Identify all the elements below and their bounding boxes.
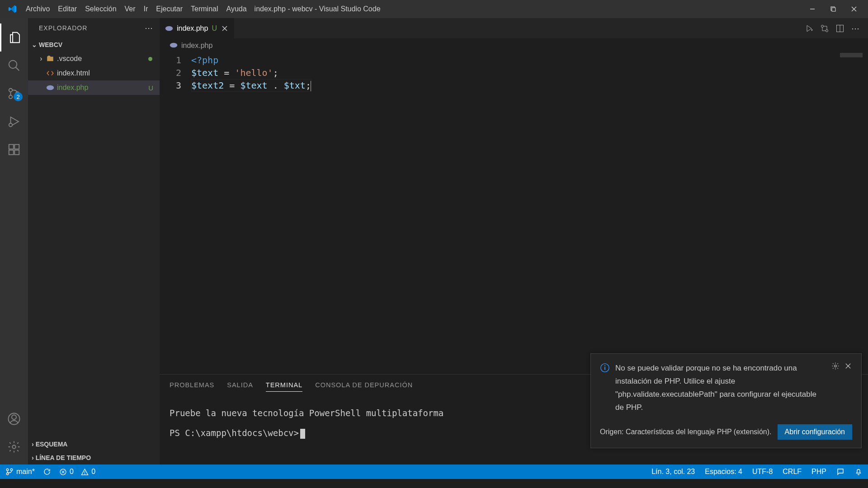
svg-point-17 [12,415,16,419]
svg-rect-14 [9,150,14,155]
sidebar-title: EXPLORADOR [39,24,87,32]
minimize-button[interactable] [802,0,823,18]
activity-account[interactable] [0,405,28,433]
line-gutter: 1 2 3 [160,53,191,374]
tab-index-php[interactable]: index.php U [160,18,234,38]
menu-archivo[interactable]: Archivo [22,3,54,15]
activity-explorer[interactable] [0,23,28,52]
workspace-header[interactable]: ⌄WEBCV [28,38,160,52]
notification-toast: No se puede validar porque no se ha enco… [590,353,862,448]
tree-label: .vscode [57,55,148,63]
diff-icon[interactable] [818,22,831,35]
close-button[interactable] [844,0,864,18]
svg-point-36 [6,473,9,475]
status-errors[interactable]: 0 0 [59,468,95,476]
tree-file-html[interactable]: index.html [28,66,160,80]
window-title: index.php - webcv - Visual Studio Code [255,5,381,13]
svg-point-32 [835,365,837,367]
tab-close-icon[interactable] [221,24,229,33]
menu-ejecutar[interactable]: Ejecutar [152,3,187,15]
folder-icon [45,55,55,63]
menu-seleccion[interactable]: Selección [81,3,120,15]
status-bell-icon[interactable] [854,468,863,476]
scm-badge: 2 [14,92,23,101]
git-modified-dot-icon [148,57,152,61]
tab-git-status: U [212,24,217,33]
minimap[interactable] [840,53,863,57]
activity-bar: 2 [0,18,28,465]
status-spaces[interactable]: Espacios: 4 [705,468,742,476]
notification-gear-icon[interactable] [831,362,840,414]
activity-settings[interactable] [0,433,28,461]
menu-ir[interactable]: Ir [140,3,152,15]
svg-point-7 [9,89,13,92]
status-position[interactable]: Lín. 3, col. 23 [651,468,695,476]
notification-text: No se puede validar porque no se ha enco… [615,362,826,414]
panel-tab-terminal[interactable]: TERMINAL [266,379,302,392]
svg-point-5 [9,61,17,69]
svg-point-31 [604,366,605,366]
timeline-section[interactable]: ›LÍNEA DE TIEMPO [28,451,160,465]
tab-name: index.php [177,24,208,33]
php-file-icon [170,42,178,50]
activity-extensions[interactable] [0,136,28,164]
split-editor-icon[interactable] [834,22,846,35]
breadcrumb-label: index.php [181,42,212,50]
status-eol[interactable]: CRLF [783,468,802,476]
status-language[interactable]: PHP [811,468,826,476]
svg-point-37 [10,469,13,471]
panel-tab-problems[interactable]: PROBLEMAS [170,379,214,391]
run-file-icon[interactable] [803,22,816,35]
php-file-icon [165,26,173,31]
menu-terminal[interactable]: Terminal [187,3,222,15]
tree-file-php[interactable]: index.php U [28,80,160,95]
activity-debug[interactable] [0,108,28,136]
sidebar: EXPLORADOR ⋯ ⌄WEBCV › .vscode index.html… [28,18,160,465]
workspace-name: WEBCV [39,41,62,48]
status-bar: main* 0 0 Lín. 3, col. 23 Espacios: 4 UT… [0,465,868,479]
more-actions-icon[interactable]: ⋯ [849,22,862,35]
menu-editar[interactable]: Editar [54,3,81,15]
open-settings-button[interactable]: Abrir configuración [778,424,852,440]
svg-point-20 [165,26,173,31]
editor-tabs: index.php U ⋯ [160,18,868,38]
outline-section[interactable]: ›ESQUEMA [28,437,160,451]
file-tree: › .vscode index.html index.php U [28,52,160,95]
notification-source: Origen: Características del lenguaje PHP… [600,428,771,436]
titlebar: Archivo Editar Selección Ver Ir Ejecutar… [0,0,868,18]
svg-rect-13 [14,145,19,149]
section-label: LÍNEA DE TIEMPO [36,454,91,461]
maximize-button[interactable] [823,0,844,18]
status-encoding[interactable]: UTF-8 [752,468,773,476]
status-feedback-icon[interactable] [836,468,844,476]
code-content[interactable]: <?php $text = 'hello'; $text2 = $text . … [191,53,311,374]
code-editor[interactable]: 1 2 3 <?php $text = 'hello'; $text2 = $t… [160,53,868,374]
php-file-icon [45,85,55,90]
svg-marker-23 [807,25,811,31]
svg-point-19 [47,85,54,90]
svg-point-18 [12,445,16,449]
svg-point-24 [821,25,824,27]
git-untracked-badge: U [148,84,153,92]
window-controls [802,0,864,18]
activity-scm[interactable]: 2 [0,80,28,108]
status-sync[interactable] [43,468,51,476]
svg-point-35 [6,469,9,471]
svg-rect-2 [832,8,835,11]
menubar: Archivo Editar Selección Ver Ir Ejecutar… [22,3,251,15]
vscode-logo-icon [8,5,17,14]
activity-search[interactable] [0,52,28,80]
status-branch[interactable]: main* [5,468,35,476]
panel-tab-output[interactable]: SALIDA [227,379,253,391]
tree-folder-vscode[interactable]: › .vscode [28,52,160,66]
notification-close-icon[interactable] [844,362,852,414]
sidebar-more-icon[interactable]: ⋯ [145,23,153,33]
breadcrumb[interactable]: index.php [160,38,868,53]
svg-point-42 [85,474,85,474]
info-icon [600,363,610,414]
menu-ver[interactable]: Ver [121,3,140,15]
tree-label: index.php [57,84,148,92]
menu-ayuda[interactable]: Ayuda [222,3,251,15]
panel-tab-debug[interactable]: CONSOLA DE DEPURACIÓN [315,379,413,391]
svg-rect-15 [14,150,19,155]
